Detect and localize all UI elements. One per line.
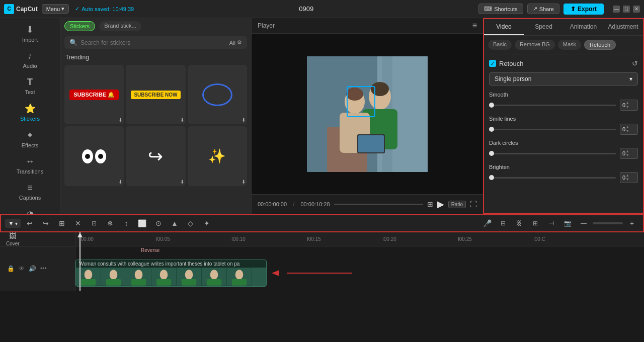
filters-icon: ◑ xyxy=(26,209,34,214)
rotate-button[interactable]: ↕ xyxy=(119,216,133,230)
smooth-track[interactable] xyxy=(489,105,616,106)
sticker-subscribe-now[interactable]: SUBSCRIBE NOW ⬇ xyxy=(126,65,185,124)
toolbar-effects[interactable]: ✦ Effects xyxy=(0,127,60,151)
tab-stickers[interactable]: Stickers xyxy=(64,21,95,31)
dark-circles-label: Dark circles xyxy=(489,140,638,146)
selector-chevron-icon: ▾ xyxy=(15,221,18,226)
join-button[interactable]: ⊣ xyxy=(544,216,558,230)
ratio-button[interactable]: Ratio xyxy=(448,201,466,208)
maximize-button[interactable]: □ xyxy=(623,6,630,13)
brighten-track[interactable] xyxy=(489,177,616,179)
audio-track-icon[interactable]: 🔊 xyxy=(29,265,36,272)
tab-animation[interactable]: Animation xyxy=(564,19,603,35)
grid-icon[interactable]: ⊞ xyxy=(427,200,433,208)
smooth-decrement[interactable]: ▼ xyxy=(625,105,629,109)
ruler-mark-1: I00:05 xyxy=(156,236,170,242)
fullscreen-button[interactable]: ⛶ xyxy=(470,200,477,208)
right-panel-subtabs: Basic Remove BG Mask Retouch xyxy=(484,36,643,54)
subtab-basic[interactable]: Basic xyxy=(488,40,512,50)
toolbar-audio[interactable]: ♪ Audio xyxy=(0,48,60,72)
toolbar-text[interactable]: T Text xyxy=(0,74,60,98)
chain-button[interactable]: ⊞ xyxy=(528,216,542,230)
link-button[interactable]: ⛓ xyxy=(512,216,526,230)
export-button[interactable]: ⬆ Export xyxy=(564,4,604,15)
dark-circles-decrement[interactable]: ▼ xyxy=(625,153,629,157)
stickers-panel: Stickers Brand stick... 🔍 All ⚙ Trending… xyxy=(60,18,252,214)
download-icon: ⬇ xyxy=(180,179,184,185)
sticker-eyes[interactable]: ⬇ xyxy=(64,126,124,186)
clip-title: Woman consults with colleague writes imp… xyxy=(76,260,266,268)
toolbar-stickers-label: Stickers xyxy=(20,116,40,122)
zoom-out-button[interactable]: — xyxy=(577,216,591,230)
crop-button[interactable]: ⊡ xyxy=(87,216,101,230)
brighten-decrement[interactable]: ▼ xyxy=(625,178,629,182)
freeze-button[interactable]: ❄ xyxy=(103,216,117,230)
player-menu-icon[interactable]: ≡ xyxy=(472,21,477,30)
dark-circles-track[interactable] xyxy=(489,153,616,154)
tab-video[interactable]: Video xyxy=(484,19,524,35)
person-dropdown[interactable]: Single person ▾ xyxy=(489,72,638,86)
undo-button[interactable]: ↩ xyxy=(23,216,37,230)
smooth-control: 0 ▲ ▼ xyxy=(489,100,638,111)
menu-button[interactable]: Menu ▾ xyxy=(42,4,69,14)
zoom-in-button[interactable]: + xyxy=(625,216,639,230)
close-button[interactable]: ✕ xyxy=(633,6,640,13)
redo-button[interactable]: ↪ xyxy=(39,216,53,230)
record-button[interactable]: ⊙ xyxy=(151,216,166,230)
smooth-thumb[interactable] xyxy=(489,103,494,108)
subtab-mask[interactable]: Mask xyxy=(558,40,581,50)
retouch-reset-icon[interactable]: ↺ xyxy=(632,59,638,67)
tab-adjustment[interactable]: Adjustment xyxy=(603,19,643,35)
toolbar-transitions[interactable]: ↔ Transitions xyxy=(0,153,60,178)
smile-lines-decrement[interactable]: ▼ xyxy=(625,129,629,133)
visibility-icon[interactable]: 👁 xyxy=(19,265,25,272)
smile-lines-thumb[interactable] xyxy=(489,127,494,132)
sticker-arrow[interactable]: ↩ ⬇ xyxy=(126,126,185,186)
more-track-options-icon[interactable]: ••• xyxy=(40,265,47,272)
toolbar-captions-label: Captions xyxy=(19,195,41,201)
tab-brand-stickers[interactable]: Brand stick... xyxy=(99,21,141,31)
svg-rect-26 xyxy=(156,279,171,286)
sticker-oval[interactable]: ⬇ xyxy=(188,65,247,124)
dark-circles-thumb[interactable] xyxy=(489,151,494,156)
share-button[interactable]: ↗ Share xyxy=(527,4,559,14)
toolbar-filters[interactable]: ◑ Filters xyxy=(0,206,60,214)
play-button[interactable]: ▶ xyxy=(437,199,444,210)
smile-lines-track[interactable] xyxy=(489,129,616,130)
sticker-sparkle[interactable]: ✨ ⬇ xyxy=(188,126,247,186)
brighten-thumb[interactable] xyxy=(489,175,494,180)
lock-icon[interactable]: 🔒 xyxy=(7,265,15,272)
tab-speed[interactable]: Speed xyxy=(524,19,564,35)
playhead-line[interactable] xyxy=(79,232,80,291)
video-clip[interactable]: Woman consults with colleague writes imp… xyxy=(75,260,267,287)
shortcuts-button[interactable]: ⌨ Shortcuts xyxy=(478,4,523,14)
search-input[interactable] xyxy=(80,39,226,46)
sticker-search-bar: 🔍 All ⚙ xyxy=(64,36,247,49)
speed-button[interactable]: ▲ xyxy=(168,216,182,230)
effects-tl-button[interactable]: ✦ xyxy=(200,216,214,230)
toolbar-stickers[interactable]: ⭐ Stickers xyxy=(0,100,60,125)
mirror-button[interactable]: ⬜ xyxy=(135,216,149,230)
split-button[interactable]: ⊞ xyxy=(55,216,69,230)
download-icon: ⬇ xyxy=(242,179,246,185)
ruler-mark-5: I00:25 xyxy=(458,236,472,242)
minimize-button[interactable]: — xyxy=(613,6,620,13)
toolbar-import[interactable]: ⬇ Import xyxy=(0,21,60,46)
sticker-subscribe[interactable]: SUBSCRIBE 🔔 ⬇ xyxy=(64,65,124,124)
subtab-retouch[interactable]: Retouch xyxy=(584,40,616,50)
snapshot-button[interactable]: 📷 xyxy=(560,216,575,230)
tool-selector[interactable]: ▼ ▾ xyxy=(5,219,21,228)
stabilize-button[interactable]: ◇ xyxy=(184,216,198,230)
filter-button[interactable]: All ⚙ xyxy=(229,39,242,46)
delete-button[interactable]: ✕ xyxy=(71,216,85,230)
arrow-shape: ↩ xyxy=(148,146,163,167)
retouch-checkbox[interactable]: ✓ xyxy=(489,60,496,67)
progress-bar[interactable] xyxy=(334,204,423,205)
toolbar-captions[interactable]: ≡ Captions xyxy=(0,180,60,204)
subtab-removebg[interactable]: Remove BG xyxy=(515,40,555,50)
player-area: Player ≡ xyxy=(252,18,483,214)
timeline-right-tools: 🎤 ⊟ ⛓ ⊞ ⊣ 📷 — + xyxy=(480,216,639,230)
mic-button[interactable]: 🎤 xyxy=(480,216,494,230)
magnet-button[interactable]: ⊟ xyxy=(496,216,510,230)
dark-circles-control: 0 ▲ ▼ xyxy=(489,148,638,159)
